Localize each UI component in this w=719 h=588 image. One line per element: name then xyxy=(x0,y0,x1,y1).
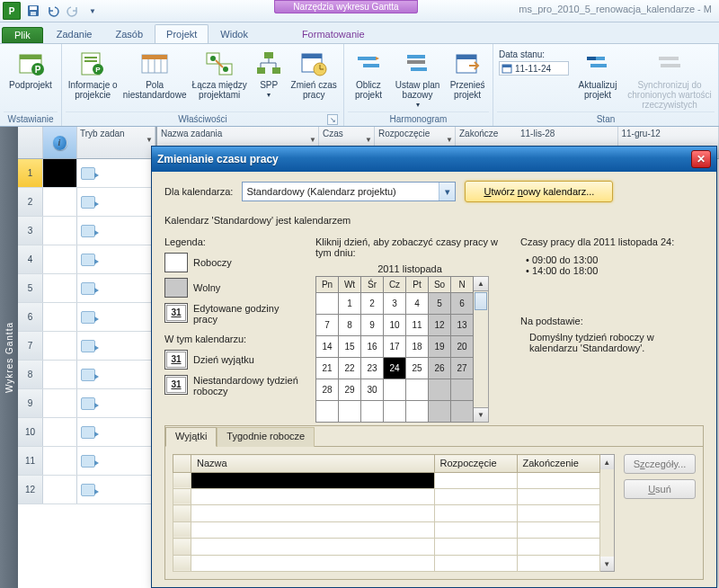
tab-exceptions[interactable]: Wyjątki xyxy=(165,427,217,447)
table-row[interactable]: 4 xyxy=(18,245,155,274)
calculate-icon xyxy=(354,49,383,78)
scroll-down-icon[interactable]: ▼ xyxy=(600,557,614,571)
svg-rect-25 xyxy=(302,54,322,58)
calendar-statement: Kalendarz 'Standardowy' jest kalendarzem xyxy=(164,215,704,226)
table-row[interactable]: 6 xyxy=(18,303,155,332)
redo-icon[interactable] xyxy=(65,3,81,19)
project-info-button[interactable]: P Informacje o projekcie xyxy=(66,46,120,111)
svg-rect-42 xyxy=(661,64,680,67)
table-row[interactable]: 8 xyxy=(18,361,155,389)
baseline-icon xyxy=(404,49,432,78)
group-insert: P Podprojekt Wstawianie xyxy=(0,44,62,126)
task-mode-icon xyxy=(81,484,95,496)
task-mode-icon xyxy=(81,225,95,237)
set-baseline-button[interactable]: Ustaw plan bazowy▾ xyxy=(391,46,444,111)
dialog-launcher-icon[interactable]: ↘ xyxy=(327,114,338,125)
info-column-icon: i xyxy=(53,136,67,150)
svg-rect-37 xyxy=(502,65,511,67)
table-row[interactable]: 9 xyxy=(18,389,155,418)
calendar-grid[interactable]: PnWtŚrCzPtSoN123456789101112131415161718… xyxy=(315,276,474,423)
task-mode-icon xyxy=(81,426,95,439)
tab-resource[interactable]: Zasób xyxy=(104,24,155,43)
tab-formatting[interactable]: Formatowanie xyxy=(290,24,377,43)
svg-rect-4 xyxy=(20,55,41,59)
change-working-time-button[interactable]: Zmień czas pracy xyxy=(288,46,339,111)
svg-rect-21 xyxy=(264,52,273,58)
tab-work-weeks[interactable]: Tygodnie robocze xyxy=(217,427,315,447)
change-working-time-icon xyxy=(299,49,328,78)
group-status: Data stanu: 11-11-24 Aktualizuj projekt … xyxy=(493,44,719,126)
close-button[interactable]: ✕ xyxy=(691,150,711,168)
calculate-project-button[interactable]: Oblicz projekt xyxy=(348,46,389,111)
subproject-button[interactable]: P Podprojekt xyxy=(4,46,58,111)
scroll-down-icon[interactable]: ▼ xyxy=(474,407,488,422)
app-icon[interactable]: P xyxy=(3,2,21,20)
links-icon xyxy=(205,49,234,78)
calendar-small-icon xyxy=(502,63,512,74)
task-mode-icon xyxy=(81,254,95,266)
title-bar: P ▼ Narzędzia wykresu Gantta ms_pro_2010… xyxy=(0,0,719,22)
table-row[interactable]: 1 xyxy=(18,159,155,188)
table-row[interactable]: 2 xyxy=(18,188,155,217)
svg-rect-35 xyxy=(457,55,476,59)
exceptions-scrollbar[interactable]: ▲ ▼ xyxy=(600,454,615,572)
subproject-icon: P xyxy=(16,49,45,78)
undo-icon[interactable] xyxy=(45,3,61,19)
svg-text:P: P xyxy=(96,66,102,74)
ribbon-tabs: Plik Zadanie Zasób Projekt Widok Formato… xyxy=(0,22,719,44)
wbs-button[interactable]: SPP▾ xyxy=(251,46,287,111)
exceptions-table[interactable]: NazwaRozpoczęcieZakończenie xyxy=(173,454,600,572)
tab-task[interactable]: Zadanie xyxy=(45,24,104,43)
table-row[interactable]: 12 xyxy=(18,476,155,504)
svg-rect-22 xyxy=(257,67,265,74)
scroll-up-icon[interactable]: ▲ xyxy=(600,455,614,469)
calendar-scrollbar[interactable]: ▲ ▼ xyxy=(474,276,489,423)
task-mode-icon xyxy=(81,455,95,468)
working-times-detail: Czasy pracy dla 2011 listopada 24: 09:00… xyxy=(520,236,704,423)
custom-fields-button[interactable]: Pola niestandardowe xyxy=(121,46,188,111)
contextual-tab-title: Narzędzia wykresu Gantta xyxy=(274,0,418,13)
tab-view[interactable]: Widok xyxy=(209,24,260,43)
status-date-picker[interactable]: 11-11-24 xyxy=(499,61,569,76)
task-mode-icon xyxy=(81,167,95,180)
file-tab[interactable]: Plik xyxy=(2,27,43,43)
svg-rect-39 xyxy=(590,64,607,67)
dialog-titlebar[interactable]: Zmienianie czasu pracy ✕ xyxy=(152,147,716,172)
task-mode-icon xyxy=(81,282,95,295)
qat-dropdown-icon[interactable]: ▼ xyxy=(84,3,101,19)
table-row[interactable]: 10 xyxy=(18,418,155,447)
project-info-icon: P xyxy=(78,49,107,78)
svg-rect-33 xyxy=(411,67,427,71)
table-row[interactable]: 5 xyxy=(18,274,155,303)
table-row[interactable]: 3 xyxy=(18,217,155,245)
details-button[interactable]: Szczegóły... xyxy=(624,454,696,474)
scroll-up-icon[interactable]: ▲ xyxy=(474,277,488,291)
svg-rect-1 xyxy=(30,6,37,10)
tab-project[interactable]: Projekt xyxy=(155,24,209,43)
quick-access-toolbar: ▼ xyxy=(25,3,101,19)
calendar-preview: Kliknij dzień, aby zobaczyć czasy pracy … xyxy=(315,236,504,423)
delete-button[interactable]: Usuń xyxy=(624,479,696,499)
move-project-button[interactable]: Przenieś projekt xyxy=(446,46,489,111)
dropdown-icon[interactable]: ▼ xyxy=(146,136,153,144)
svg-rect-40 xyxy=(587,57,596,60)
create-new-calendar-button[interactable]: Utwórz nowy kalendarz... xyxy=(465,181,613,202)
calendar-combo[interactable]: Standardowy (Kalendarz projektu) ▾ xyxy=(242,182,456,201)
scroll-thumb[interactable] xyxy=(475,292,487,310)
svg-rect-31 xyxy=(407,55,425,58)
view-bar[interactable]: Wykres Gantta xyxy=(0,127,18,588)
update-project-button[interactable]: Aktualizuj projekt xyxy=(573,46,623,111)
save-icon[interactable] xyxy=(25,3,41,19)
ribbon-panel: P Podprojekt Wstawianie P Informacje o p… xyxy=(0,44,719,127)
change-working-time-dialog: Zmienianie czasu pracy ✕ Dla kalendarza:… xyxy=(151,146,717,588)
svg-text:P: P xyxy=(35,65,41,75)
move-project-icon xyxy=(453,49,482,78)
links-between-projects-button[interactable]: Łącza między projektami xyxy=(190,46,249,111)
custom-fields-icon xyxy=(140,49,169,78)
table-row[interactable]: 11 xyxy=(18,447,155,476)
table-row[interactable]: 7 xyxy=(18,332,155,361)
for-calendar-label: Dla kalendarza: xyxy=(164,186,233,197)
task-mode-icon xyxy=(81,196,95,209)
wbs-icon xyxy=(254,49,283,78)
chevron-down-icon[interactable]: ▾ xyxy=(439,183,455,200)
